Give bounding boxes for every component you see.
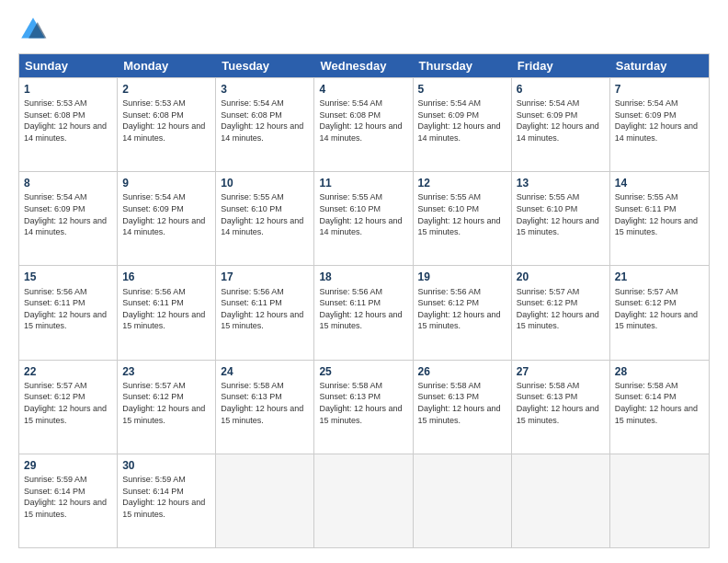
daylight-label: Daylight: 12 hours and 14 minutes. — [24, 121, 107, 143]
calendar-cell: 14Sunrise: 5:55 AMSunset: 6:11 PMDayligh… — [610, 172, 709, 265]
calendar-header-cell: Saturday — [610, 54, 709, 77]
calendar-cell: 26Sunrise: 5:58 AMSunset: 6:13 PMDayligh… — [414, 361, 512, 454]
cell-info: Sunrise: 5:54 AMSunset: 6:09 PMDaylight:… — [122, 191, 210, 237]
cell-day-number: 23 — [122, 364, 210, 379]
calendar-row: 1Sunrise: 5:53 AMSunset: 6:08 PMDaylight… — [19, 77, 709, 171]
cell-info: Sunrise: 5:56 AMSunset: 6:11 PMDaylight:… — [122, 286, 210, 332]
sunset-label: Sunset: 6:09 PM — [517, 110, 578, 120]
cell-info: Sunrise: 5:58 AMSunset: 6:13 PMDaylight:… — [221, 380, 309, 426]
sunset-label: Sunset: 6:11 PM — [122, 298, 184, 307]
daylight-label: Daylight: 12 hours and 15 minutes. — [517, 404, 599, 425]
calendar-row: 29Sunrise: 5:59 AMSunset: 6:14 PMDayligh… — [19, 454, 709, 547]
cell-day-number: 20 — [517, 270, 605, 284]
cell-day-number: 11 — [319, 176, 407, 190]
daylight-label: Daylight: 12 hours and 15 minutes. — [517, 310, 599, 331]
sunrise-label: Sunrise: 5:57 AM — [24, 381, 87, 390]
cell-info: Sunrise: 5:57 AMSunset: 6:12 PMDaylight:… — [24, 380, 112, 426]
cell-day-number: 3 — [221, 82, 309, 97]
cell-day-number: 4 — [319, 82, 407, 97]
calendar-cell: 19Sunrise: 5:56 AMSunset: 6:12 PMDayligh… — [414, 266, 512, 359]
calendar-cell: 29Sunrise: 5:59 AMSunset: 6:14 PMDayligh… — [19, 454, 118, 547]
daylight-label: Daylight: 12 hours and 14 minutes. — [221, 121, 303, 143]
cell-info: Sunrise: 5:54 AMSunset: 6:09 PMDaylight:… — [418, 98, 506, 144]
cell-day-number: 14 — [615, 176, 704, 190]
cell-day-number: 6 — [517, 82, 605, 97]
sunset-label: Sunset: 6:10 PM — [319, 204, 381, 213]
daylight-label: Daylight: 12 hours and 14 minutes. — [24, 216, 107, 237]
daylight-label: Daylight: 12 hours and 14 minutes. — [122, 216, 205, 237]
sunrise-label: Sunrise: 5:54 AM — [418, 98, 482, 108]
cell-day-number: 9 — [122, 176, 210, 190]
calendar-cell — [216, 454, 314, 547]
cell-info: Sunrise: 5:54 AMSunset: 6:08 PMDaylight:… — [319, 98, 407, 144]
calendar-cell: 27Sunrise: 5:58 AMSunset: 6:13 PMDayligh… — [512, 361, 610, 454]
calendar-cell: 3Sunrise: 5:54 AMSunset: 6:08 PMDaylight… — [216, 78, 314, 171]
calendar-header-cell: Wednesday — [314, 54, 413, 77]
calendar-cell: 18Sunrise: 5:56 AMSunset: 6:11 PMDayligh… — [314, 266, 413, 359]
daylight-label: Daylight: 12 hours and 15 minutes. — [24, 310, 107, 331]
calendar-row: 15Sunrise: 5:56 AMSunset: 6:11 PMDayligh… — [19, 265, 709, 359]
calendar-header-row: SundayMondayTuesdayWednesdayThursdayFrid… — [19, 54, 709, 77]
cell-info: Sunrise: 5:54 AMSunset: 6:09 PMDaylight:… — [615, 98, 704, 144]
cell-day-number: 10 — [221, 176, 309, 190]
sunset-label: Sunset: 6:08 PM — [24, 110, 85, 120]
calendar-cell: 30Sunrise: 5:59 AMSunset: 6:14 PMDayligh… — [118, 454, 216, 547]
sunset-label: Sunset: 6:12 PM — [517, 298, 578, 307]
cell-day-number: 17 — [221, 270, 309, 284]
daylight-label: Daylight: 12 hours and 15 minutes. — [418, 216, 501, 237]
sunrise-label: Sunrise: 5:58 AM — [418, 381, 482, 390]
sunset-label: Sunset: 6:08 PM — [319, 110, 381, 120]
sunrise-label: Sunrise: 5:54 AM — [24, 192, 87, 201]
cell-day-number: 21 — [615, 270, 704, 284]
calendar-row: 22Sunrise: 5:57 AMSunset: 6:12 PMDayligh… — [19, 360, 709, 454]
sunrise-label: Sunrise: 5:55 AM — [615, 192, 678, 201]
cell-info: Sunrise: 5:53 AMSunset: 6:08 PMDaylight:… — [122, 98, 210, 144]
logo — [18, 15, 51, 44]
cell-day-number: 18 — [319, 270, 407, 284]
sunrise-label: Sunrise: 5:58 AM — [517, 381, 580, 390]
sunrise-label: Sunrise: 5:57 AM — [615, 287, 678, 296]
daylight-label: Daylight: 12 hours and 15 minutes. — [615, 404, 698, 425]
sunset-label: Sunset: 6:09 PM — [615, 110, 677, 120]
calendar-cell: 11Sunrise: 5:55 AMSunset: 6:10 PMDayligh… — [314, 172, 413, 265]
cell-day-number: 15 — [24, 270, 112, 284]
sunset-label: Sunset: 6:11 PM — [24, 298, 85, 307]
sunset-label: Sunset: 6:11 PM — [615, 204, 677, 213]
sunrise-label: Sunrise: 5:55 AM — [319, 192, 382, 201]
calendar-cell: 7Sunrise: 5:54 AMSunset: 6:09 PMDaylight… — [610, 78, 709, 171]
calendar-cell: 2Sunrise: 5:53 AMSunset: 6:08 PMDaylight… — [118, 78, 216, 171]
cell-day-number: 2 — [122, 82, 210, 97]
calendar-cell: 12Sunrise: 5:55 AMSunset: 6:10 PMDayligh… — [414, 172, 512, 265]
cell-day-number: 22 — [24, 364, 112, 379]
cell-info: Sunrise: 5:54 AMSunset: 6:09 PMDaylight:… — [24, 191, 112, 237]
calendar-cell — [314, 454, 413, 547]
sunrise-label: Sunrise: 5:58 AM — [221, 381, 284, 390]
sunset-label: Sunset: 6:13 PM — [319, 392, 381, 401]
calendar-cell — [512, 454, 610, 547]
cell-info: Sunrise: 5:59 AMSunset: 6:14 PMDaylight:… — [24, 474, 112, 520]
cell-info: Sunrise: 5:55 AMSunset: 6:10 PMDaylight:… — [517, 191, 605, 237]
cell-day-number: 24 — [221, 364, 309, 379]
calendar-cell: 17Sunrise: 5:56 AMSunset: 6:11 PMDayligh… — [216, 266, 314, 359]
sunset-label: Sunset: 6:12 PM — [418, 298, 480, 307]
cell-info: Sunrise: 5:54 AMSunset: 6:08 PMDaylight:… — [221, 98, 309, 144]
sunrise-label: Sunrise: 5:56 AM — [418, 287, 482, 296]
sunset-label: Sunset: 6:08 PM — [122, 110, 184, 120]
sunset-label: Sunset: 6:09 PM — [24, 204, 85, 213]
daylight-label: Daylight: 12 hours and 15 minutes. — [418, 310, 501, 331]
cell-info: Sunrise: 5:58 AMSunset: 6:13 PMDaylight:… — [517, 380, 605, 426]
calendar-cell: 9Sunrise: 5:54 AMSunset: 6:09 PMDaylight… — [118, 172, 216, 265]
calendar-cell: 21Sunrise: 5:57 AMSunset: 6:12 PMDayligh… — [610, 266, 709, 359]
sunrise-label: Sunrise: 5:59 AM — [122, 475, 186, 484]
sunrise-label: Sunrise: 5:57 AM — [517, 287, 580, 296]
calendar-header-cell: Thursday — [414, 54, 512, 77]
cell-day-number: 25 — [319, 364, 407, 379]
sunrise-label: Sunrise: 5:57 AM — [122, 381, 186, 390]
daylight-label: Daylight: 12 hours and 15 minutes. — [517, 216, 599, 237]
sunset-label: Sunset: 6:13 PM — [418, 392, 480, 401]
cell-info: Sunrise: 5:58 AMSunset: 6:14 PMDaylight:… — [615, 380, 704, 426]
cell-day-number: 7 — [615, 82, 704, 97]
cell-info: Sunrise: 5:54 AMSunset: 6:09 PMDaylight:… — [517, 98, 605, 144]
calendar-header-cell: Tuesday — [216, 54, 314, 77]
calendar-cell: 20Sunrise: 5:57 AMSunset: 6:12 PMDayligh… — [512, 266, 610, 359]
